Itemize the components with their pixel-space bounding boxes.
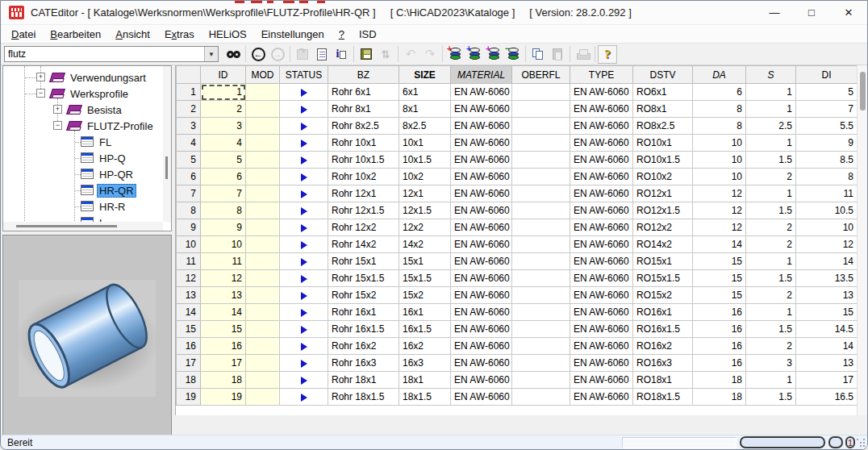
menu-item-isd[interactable]: ISD (352, 27, 384, 42)
cell-status[interactable] (280, 321, 328, 338)
minimize-button[interactable]: — (756, 1, 793, 24)
column-header-corner[interactable] (177, 66, 201, 84)
new-entry-button[interactable] (312, 45, 332, 64)
cell-bz[interactable]: Rohr 16x3 (328, 355, 399, 372)
cell-oberfl[interactable] (512, 355, 570, 372)
cell-di[interactable]: 13.5 (796, 270, 858, 287)
cell-di[interactable]: 15 (796, 304, 858, 321)
cell-id[interactable]: 4 (201, 135, 246, 152)
row-number[interactable]: 1 (177, 84, 201, 101)
tree-item-besista[interactable]: +Besista (3, 102, 163, 118)
column-header-material[interactable]: MATERIAL (451, 66, 512, 84)
cell-bz[interactable]: Rohr 14x2 (328, 236, 399, 253)
cell-mod[interactable] (246, 152, 280, 169)
cell-dstv[interactable]: RO10x1 (633, 135, 693, 152)
help-button[interactable]: ? (598, 45, 617, 64)
cell-da[interactable]: 8 (693, 101, 746, 118)
cell-oberfl[interactable] (512, 101, 570, 118)
cell-dstv[interactable]: RO10x1.5 (633, 152, 693, 169)
cell-dstv[interactable]: RO12x1 (633, 185, 693, 202)
tree-item-hr-qr[interactable]: HR-QR (3, 182, 163, 198)
column-header-id[interactable]: ID (201, 66, 246, 84)
cell-type[interactable]: EN AW-6060 (570, 236, 633, 253)
cell-di[interactable]: 5 (796, 84, 858, 101)
cell-bz[interactable]: Rohr 10x1 (328, 135, 399, 152)
cell-oberfl[interactable] (512, 270, 570, 287)
row-number[interactable]: 18 (177, 372, 201, 389)
cell-da[interactable]: 8 (693, 118, 746, 135)
cell-da[interactable]: 16 (693, 338, 746, 355)
cell-s[interactable]: 1 (746, 135, 796, 152)
cell-id[interactable]: 1 (201, 84, 246, 101)
row-number[interactable]: 14 (177, 304, 201, 321)
cell-id[interactable]: 17 (201, 355, 246, 372)
column-header-di[interactable]: DI (796, 66, 858, 84)
column-header-type[interactable]: TYPE (570, 66, 633, 84)
cell-di[interactable]: 7 (796, 101, 858, 118)
cell-size[interactable]: 10x2 (399, 169, 451, 185)
cell-mod[interactable] (246, 185, 280, 202)
cell-di[interactable]: 13 (796, 355, 858, 372)
tree-item-werksprofile[interactable]: −Werksprofile (3, 85, 163, 102)
cell-bz[interactable]: Rohr 15x1 (328, 253, 399, 270)
cell-di[interactable]: 16.5 (796, 389, 858, 406)
row-number[interactable]: 6 (177, 169, 201, 185)
cell-di[interactable]: 5.5 (796, 118, 858, 135)
cell-material[interactable]: EN AW-6060 (451, 185, 512, 202)
row-number[interactable]: 9 (177, 219, 201, 236)
cell-bz[interactable]: Rohr 18x1.5 (328, 389, 399, 406)
cell-bz[interactable]: Rohr 15x1.5 (328, 270, 399, 287)
cell-oberfl[interactable] (512, 185, 570, 202)
cell-material[interactable]: EN AW-6060 (451, 355, 512, 372)
cell-material[interactable]: EN AW-6060 (451, 169, 512, 185)
db-remove-green-button[interactable]: − (503, 45, 523, 64)
cell-dstv[interactable]: RO16x1.5 (633, 321, 693, 338)
back-button[interactable]: ← (248, 45, 268, 64)
cell-dstv[interactable]: RO16x3 (633, 355, 693, 372)
tree-item-hr-r[interactable]: HR-R (3, 198, 163, 215)
column-header-oberfl[interactable]: OBERFL (512, 66, 570, 84)
combobox-dropdown-button[interactable]: ▼ (204, 47, 218, 61)
cell-oberfl[interactable] (512, 202, 570, 219)
row-number[interactable]: 2 (177, 101, 201, 118)
cell-id[interactable]: 8 (201, 202, 246, 219)
cell-id[interactable]: 5 (201, 152, 246, 169)
cell-id[interactable]: 18 (201, 372, 246, 389)
menu-item-bearbeiten[interactable]: Bearbeiten (43, 27, 108, 42)
cell-status[interactable] (280, 219, 328, 236)
cell-id[interactable]: 15 (201, 321, 246, 338)
menu-item-datei[interactable]: Datei (4, 27, 43, 42)
insert-reference-button[interactable]: i (332, 45, 351, 64)
tree-item-hp-qr[interactable]: HP-QR (3, 166, 163, 182)
cell-size[interactable]: 8x1 (399, 101, 451, 118)
cell-di[interactable]: 12 (796, 236, 858, 253)
cell-dstv[interactable]: RO12x2 (633, 219, 693, 236)
cell-type[interactable]: EN AW-6060 (570, 321, 633, 338)
cell-status[interactable] (280, 118, 328, 135)
cell-size[interactable]: 18x1 (399, 372, 451, 389)
cell-id[interactable]: 13 (201, 287, 246, 304)
cell-size[interactable]: 10x1 (399, 135, 451, 152)
cell-mod[interactable] (246, 236, 280, 253)
cell-material[interactable]: EN AW-6060 (451, 84, 512, 101)
cell-status[interactable] (280, 135, 328, 152)
cell-type[interactable]: EN AW-6060 (570, 219, 633, 236)
cell-mod[interactable] (246, 101, 280, 118)
column-header-bz[interactable]: BZ (328, 66, 399, 84)
maximize-button[interactable]: □ (793, 1, 830, 24)
tree-item-verwendungsart[interactable]: +Verwendungsart (3, 69, 163, 85)
cell-id[interactable]: 6 (201, 169, 246, 185)
db-add-blue-button[interactable]: + (465, 45, 484, 64)
cell-id[interactable]: 7 (201, 185, 246, 202)
cell-mod[interactable] (246, 355, 280, 372)
cell-bz[interactable]: Rohr 15x2 (328, 287, 399, 304)
cell-di[interactable]: 10.5 (796, 202, 858, 219)
cell-status[interactable] (280, 169, 328, 185)
find-button[interactable] (223, 45, 243, 64)
cell-oberfl[interactable] (512, 287, 570, 304)
cell-di[interactable]: 8 (796, 169, 858, 185)
cell-mod[interactable] (246, 84, 280, 101)
cell-bz[interactable]: Rohr 6x1 (328, 84, 399, 101)
cell-id[interactable]: 19 (201, 389, 246, 406)
cell-status[interactable] (280, 101, 328, 118)
